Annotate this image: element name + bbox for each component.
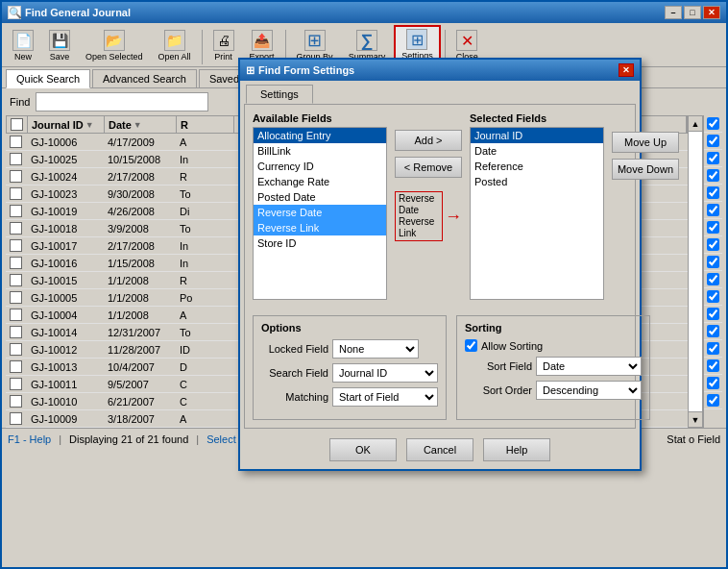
move-down-button[interactable]: Move Down xyxy=(612,159,679,180)
search-field-row: Search Field Journal ID xyxy=(261,363,438,383)
mid-buttons: Add > < Remove Reverse DateReverse Link … xyxy=(395,112,462,241)
matching-select[interactable]: Start of Field Any Part of Field Exact M… xyxy=(332,387,438,407)
sorting-section: Sorting Allow Sorting Sort Field Date Jo… xyxy=(456,315,650,420)
available-field-item[interactable]: Store ID xyxy=(254,235,386,251)
sort-order-label: Sort Order xyxy=(465,384,532,396)
sort-order-row: Sort Order Descending Ascending xyxy=(465,381,642,400)
modal-title-bar: ⊞ Find Form Settings ✕ xyxy=(240,60,640,81)
modal-title-text: Find Form Settings xyxy=(258,64,354,76)
available-field-item[interactable]: Posted Date xyxy=(254,189,386,205)
available-fields-label: Available Fields xyxy=(253,112,387,124)
help-button-modal[interactable]: Help xyxy=(483,438,550,461)
options-section: Options Locked Field None Search Field J… xyxy=(253,315,447,420)
modal-body: Available Fields Allocating EntryBillLin… xyxy=(244,104,636,429)
sort-field-select[interactable]: Date Journal ID Reference xyxy=(536,357,642,376)
arrow-annotation: Reverse DateReverse Link → xyxy=(395,191,462,241)
selected-field-item[interactable]: Date xyxy=(471,143,603,159)
options-title: Options xyxy=(261,322,438,334)
bottom-sections: Options Locked Field None Search Field J… xyxy=(253,309,627,420)
selected-field-item[interactable]: Journal ID xyxy=(471,128,603,143)
ok-button[interactable]: OK xyxy=(329,438,397,461)
modal-tab-settings[interactable]: Settings xyxy=(246,85,313,104)
available-field-item[interactable]: Reverse Link xyxy=(254,220,386,235)
add-button[interactable]: Add > xyxy=(395,130,462,151)
search-field-label: Search Field xyxy=(261,367,328,379)
allow-sorting-row: Allow Sorting xyxy=(465,339,642,352)
arrow-right-icon: → xyxy=(445,207,462,227)
allow-sorting-checkbox[interactable] xyxy=(465,339,477,352)
move-buttons: Move Up Move Down xyxy=(612,112,679,180)
selected-field-item[interactable]: Posted xyxy=(471,174,603,189)
modal-title-icon: ⊞ xyxy=(246,64,255,77)
modal-overlay: ⊞ Find Form Settings ✕ Settings Availabl… xyxy=(0,0,728,569)
available-field-item[interactable]: Exchange Rate xyxy=(254,174,386,189)
allow-sorting-label: Allow Sorting xyxy=(481,340,543,352)
sort-field-label: Sort Field xyxy=(465,360,532,372)
sort-order-select[interactable]: Descending Ascending xyxy=(536,381,642,400)
locked-field-row: Locked Field None xyxy=(261,339,438,359)
matching-row: Matching Start of Field Any Part of Fiel… xyxy=(261,387,438,407)
selected-fields-wrapper: Selected Fields Journal IDDateReferenceP… xyxy=(470,112,604,300)
move-up-button[interactable]: Move Up xyxy=(612,132,679,153)
matching-label: Matching xyxy=(261,391,328,403)
available-field-item[interactable]: Reverse Date xyxy=(254,205,386,220)
modal-tab-bar: Settings xyxy=(240,81,640,104)
available-field-item[interactable]: BillLink xyxy=(254,143,386,159)
locked-field-select[interactable]: None xyxy=(332,339,419,359)
find-form-settings-dialog: ⊞ Find Form Settings ✕ Settings Availabl… xyxy=(238,58,642,471)
search-field-select[interactable]: Journal ID xyxy=(332,363,438,383)
locked-field-label: Locked Field xyxy=(261,343,328,355)
cancel-button[interactable]: Cancel xyxy=(406,438,473,461)
reverse-date-box: Reverse DateReverse Link xyxy=(395,191,443,241)
selected-fields-label: Selected Fields xyxy=(470,112,604,124)
available-field-item[interactable]: Allocating Entry xyxy=(254,128,386,143)
sort-field-row: Sort Field Date Journal ID Reference xyxy=(465,357,642,376)
sorting-title: Sorting xyxy=(465,322,642,334)
fields-section: Available Fields Allocating EntryBillLin… xyxy=(253,112,627,300)
modal-close-button[interactable]: ✕ xyxy=(619,63,634,77)
selected-fields-list[interactable]: Journal IDDateReferencePosted xyxy=(470,127,604,300)
modal-tab-settings-label: Settings xyxy=(260,88,299,100)
available-fields-list[interactable]: Allocating EntryBillLinkCurrency IDExcha… xyxy=(253,127,387,300)
remove-button[interactable]: < Remove xyxy=(395,157,462,178)
modal-title-left: ⊞ Find Form Settings xyxy=(246,64,354,77)
available-fields-wrapper: Available Fields Allocating EntryBillLin… xyxy=(253,112,387,300)
modal-footer: OK Cancel Help xyxy=(240,433,640,469)
available-field-item[interactable]: Currency ID xyxy=(254,159,386,174)
selected-field-item[interactable]: Reference xyxy=(471,159,603,174)
